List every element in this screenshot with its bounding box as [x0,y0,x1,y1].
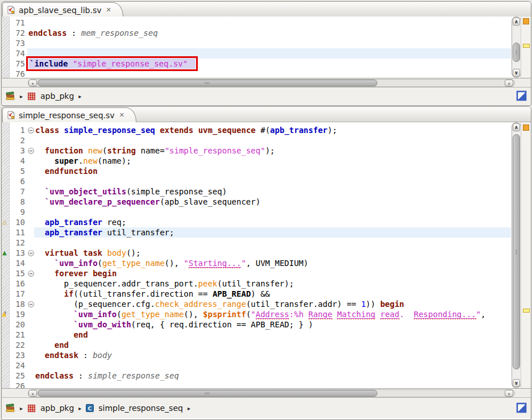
line-number[interactable]: 19 [9,309,27,319]
line-number[interactable]: 25 [9,371,27,381]
code-text[interactable]: endtask : body [34,350,511,360]
warning-marker-icon[interactable] [523,309,530,313]
line-number[interactable]: 16 [9,278,27,289]
scroll-left-button[interactable]: ‹ [28,390,37,397]
code-line[interactable]: 22 end [2,340,511,350]
code-text[interactable]: `uvm_declare_p_sequencer(apb_slave_seque… [34,197,511,207]
collapse-breadcrumb-icon[interactable] [516,402,527,414]
code-text[interactable]: (p_sequencer.cfg.check_address_range(uti… [34,299,511,309]
code-text[interactable]: endfunction [34,166,511,176]
line-number[interactable]: 20 [9,319,27,330]
line-number[interactable]: 72 [9,28,27,38]
code-line[interactable]: 24 [2,360,511,371]
scrollbar-thumb[interactable] [513,43,520,62]
code-text[interactable] [34,360,511,371]
scroll-down-button[interactable]: ∨ [513,69,520,77]
code-text[interactable]: endclass : simple_response_seq [34,371,511,381]
code-text[interactable] [34,207,511,217]
breadcrumb-item-class[interactable]: simple_response_seq [98,404,183,413]
warning-triangle-icon[interactable] [2,217,9,227]
code-text[interactable] [27,38,511,48]
code-line[interactable]: 19 `uvm_info(get_type_name(), $psprintf(… [2,309,511,319]
code-line[interactable]: 20 `uvm_do_with(req, { req.direction == … [2,319,511,330]
code-line[interactable]: 13 virtual task body(); [2,248,511,258]
breadcrumb-item-package[interactable]: apb_pkg [40,404,74,413]
line-number[interactable]: 18 [9,299,27,309]
library-icon[interactable] [6,92,15,101]
code-text[interactable]: `uvm_info(get_type_name(), $psprintf("Ad… [34,309,511,319]
horizontal-scrollbar[interactable]: ‹ › [2,388,531,398]
code-line[interactable]: 25endclass : simple_response_seq [2,371,511,381]
tab-simple-response-seq[interactable]: simple_response_seq.sv ✕ [2,107,136,122]
line-number[interactable]: 8 [9,197,27,207]
code-editor-bottom[interactable]: 1class simple_response_seq extends uvm_s… [2,122,531,388]
code-line[interactable]: 15 forever begin [2,268,511,278]
code-line[interactable]: 16 p_sequencer.addr_trans_port.peek(util… [2,278,511,289]
code-line[interactable]: 72endclass : mem_response_seq [2,28,511,38]
code-line[interactable]: 4 super.new(name); [2,156,511,166]
code-text[interactable]: `uvm_do_with(req, { req.direction == APB… [34,319,511,330]
code-text[interactable]: apb_transfer req; [34,217,511,227]
fold-collapse-icon[interactable] [27,299,34,309]
code-line[interactable]: 26 [2,381,511,388]
code-text[interactable]: forever begin [34,268,511,278]
vertical-scrollbar[interactable]: ∧ ∨ [512,122,521,388]
scrollbar-thumb[interactable] [38,390,377,397]
code-text[interactable]: function new(string name="simple_respons… [34,145,511,156]
collapse-breadcrumb-icon[interactable] [516,90,527,102]
code-line[interactable]: 9 [2,207,511,217]
code-text[interactable] [34,381,511,388]
code-line[interactable]: 17 if((util_transfer.direction == APB_RE… [2,289,511,299]
code-line[interactable]: 75`include "simple_response_seq.sv" [2,59,511,69]
line-number[interactable]: 12 [9,238,27,248]
chevron-right-icon[interactable]: ▸ [78,93,81,99]
fold-collapse-icon[interactable] [27,268,34,278]
code-text[interactable] [27,18,511,28]
code-line[interactable]: 1class simple_response_seq extends uvm_s… [2,125,511,135]
line-number[interactable]: 5 [9,166,27,176]
code-line[interactable]: 14 `uvm_info(get_type_name(), "Starting.… [2,258,511,268]
line-number[interactable]: 2 [9,135,27,145]
fold-collapse-icon[interactable] [27,145,34,156]
code-area[interactable]: 7172endclass : mem_response_seq737475`in… [2,16,511,78]
scrollbar-thumb[interactable] [513,134,520,369]
code-text[interactable] [34,135,511,145]
line-number[interactable]: 24 [9,360,27,371]
line-number[interactable]: 22 [9,340,27,350]
code-line[interactable]: 6 [2,176,511,186]
fold-collapse-icon[interactable] [27,248,34,258]
code-text[interactable] [34,176,511,186]
line-number[interactable]: 1 [9,125,27,135]
scroll-down-button[interactable]: ∨ [513,379,520,387]
overridden-triangle-icon[interactable] [2,248,9,258]
line-number[interactable]: 74 [9,48,27,59]
warning-marker-icon[interactable] [523,44,530,48]
warning-overview-icon[interactable] [523,18,529,24]
line-number[interactable]: 21 [9,330,27,340]
code-line[interactable]: 18 (p_sequencer.cfg.check_address_range(… [2,299,511,309]
line-number[interactable]: 75 [9,59,27,69]
code-text[interactable]: `uvm_info(get_type_name(), "Starting..."… [34,258,511,268]
code-line[interactable]: 21 end [2,330,511,340]
code-line[interactable]: 73 [2,38,511,48]
code-line[interactable]: 23 endtask : body [2,350,511,360]
code-text[interactable]: end [34,330,511,340]
line-number[interactable]: 23 [9,350,27,360]
code-line[interactable]: 5 endfunction [2,166,511,176]
code-line[interactable]: 76 [2,69,511,78]
code-text[interactable] [27,69,511,78]
line-number[interactable]: 10 [9,217,27,227]
chevron-right-icon[interactable]: ▸ [20,405,23,411]
line-number[interactable]: 14 [9,258,27,268]
breadcrumb-item-package[interactable]: apb_pkg [40,92,74,101]
code-text[interactable]: if((util_transfer.direction == APB_READ)… [34,289,511,299]
line-number[interactable]: 15 [9,268,27,278]
code-text[interactable]: super.new(name); [34,156,511,166]
library-icon[interactable] [6,404,15,413]
close-icon[interactable]: ✕ [106,6,111,14]
fold-collapse-icon[interactable] [27,125,34,135]
scroll-left-button[interactable]: ‹ [28,80,37,86]
line-number[interactable]: 4 [9,156,27,166]
line-number[interactable]: 13 [9,248,27,258]
line-number[interactable]: 26 [9,381,27,388]
